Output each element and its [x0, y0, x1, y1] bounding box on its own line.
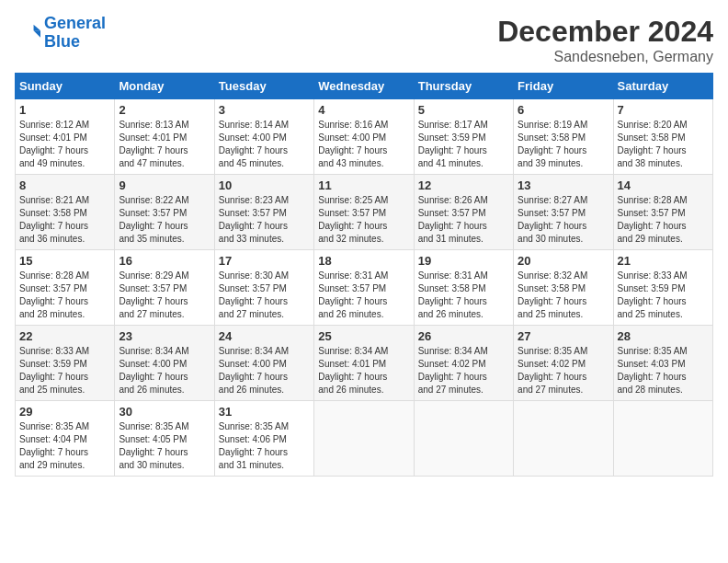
day-number: 14 — [618, 178, 709, 192]
day-info: Sunrise: 8:31 AMSunset: 3:57 PMDaylight:… — [318, 270, 388, 319]
day-number: 2 — [119, 103, 210, 117]
day-number: 1 — [19, 103, 110, 117]
day-number: 3 — [219, 103, 310, 117]
calendar-cell: 11 Sunrise: 8:25 AMSunset: 3:57 PMDaylig… — [314, 175, 414, 250]
col-wednesday: Wednesday — [314, 74, 414, 99]
day-number: 28 — [618, 329, 709, 343]
calendar-cell: 21 Sunrise: 8:33 AMSunset: 3:59 PMDaylig… — [613, 250, 712, 326]
calendar-cell: 23 Sunrise: 8:34 AMSunset: 4:00 PMDaylig… — [115, 326, 214, 401]
calendar-table: Sunday Monday Tuesday Wednesday Thursday… — [15, 73, 713, 477]
col-thursday: Thursday — [414, 74, 513, 99]
col-sunday: Sunday — [16, 74, 115, 99]
calendar-cell: 7 Sunrise: 8:20 AMSunset: 3:58 PMDayligh… — [613, 99, 712, 175]
calendar-cell: 10 Sunrise: 8:23 AMSunset: 3:57 PMDaylig… — [214, 175, 313, 250]
day-info: Sunrise: 8:28 AMSunset: 3:57 PMDaylight:… — [19, 270, 89, 319]
day-number: 11 — [318, 178, 409, 192]
day-info: Sunrise: 8:13 AMSunset: 4:01 PMDaylight:… — [119, 120, 188, 168]
calendar-cell: 19 Sunrise: 8:31 AMSunset: 3:58 PMDaylig… — [414, 250, 513, 326]
day-info: Sunrise: 8:33 AMSunset: 3:59 PMDaylight:… — [19, 346, 89, 395]
day-number: 23 — [119, 329, 210, 343]
page-title: December 2024 — [497, 15, 713, 49]
day-info: Sunrise: 8:21 AMSunset: 3:58 PMDaylight:… — [19, 195, 89, 244]
day-number: 9 — [119, 178, 210, 192]
calendar-cell: 16 Sunrise: 8:29 AMSunset: 3:57 PMDaylig… — [115, 250, 214, 326]
calendar-cell: 3 Sunrise: 8:14 AMSunset: 4:00 PMDayligh… — [214, 99, 313, 175]
day-info: Sunrise: 8:31 AMSunset: 3:58 PMDaylight:… — [418, 270, 488, 319]
day-number: 22 — [19, 329, 110, 343]
day-number: 21 — [618, 254, 709, 268]
calendar-cell — [314, 401, 414, 477]
day-number: 5 — [418, 103, 509, 117]
day-info: Sunrise: 8:25 AMSunset: 3:57 PMDaylight:… — [318, 195, 388, 244]
day-info: Sunrise: 8:30 AMSunset: 3:57 PMDaylight:… — [219, 270, 289, 319]
week-row-5: 29 Sunrise: 8:35 AMSunset: 4:04 PMDaylig… — [16, 401, 713, 477]
day-info: Sunrise: 8:35 AMSunset: 4:06 PMDaylight:… — [219, 421, 289, 470]
day-number: 12 — [418, 178, 509, 192]
logo-line2: Blue — [44, 32, 80, 51]
day-number: 25 — [318, 329, 409, 343]
day-number: 24 — [219, 329, 310, 343]
calendar-cell: 6 Sunrise: 8:19 AMSunset: 3:58 PMDayligh… — [514, 99, 613, 175]
col-friday: Friday — [514, 74, 613, 99]
day-info: Sunrise: 8:20 AMSunset: 3:58 PMDaylight:… — [618, 120, 688, 168]
day-info: Sunrise: 8:34 AMSunset: 4:00 PMDaylight:… — [219, 346, 289, 395]
calendar-cell: 31 Sunrise: 8:35 AMSunset: 4:06 PMDaylig… — [214, 401, 313, 477]
calendar-cell: 20 Sunrise: 8:32 AMSunset: 3:58 PMDaylig… — [514, 250, 613, 326]
calendar-cell: 27 Sunrise: 8:35 AMSunset: 4:02 PMDaylig… — [514, 326, 613, 401]
day-number: 16 — [119, 254, 210, 268]
week-row-4: 22 Sunrise: 8:33 AMSunset: 3:59 PMDaylig… — [16, 326, 713, 401]
day-info: Sunrise: 8:29 AMSunset: 3:57 PMDaylight:… — [119, 270, 188, 319]
calendar-cell: 1 Sunrise: 8:12 AMSunset: 4:01 PMDayligh… — [16, 99, 115, 175]
calendar-cell: 13 Sunrise: 8:27 AMSunset: 3:57 PMDaylig… — [514, 175, 613, 250]
day-info: Sunrise: 8:33 AMSunset: 3:59 PMDaylight:… — [618, 270, 688, 319]
calendar-cell: 5 Sunrise: 8:17 AMSunset: 3:59 PMDayligh… — [414, 99, 513, 175]
day-number: 6 — [518, 103, 609, 117]
calendar-cell: 28 Sunrise: 8:35 AMSunset: 4:03 PMDaylig… — [613, 326, 712, 401]
header: General Blue December 2024 Sandesneben, … — [15, 15, 713, 65]
day-info: Sunrise: 8:16 AMSunset: 4:00 PMDaylight:… — [318, 120, 388, 168]
week-row-2: 8 Sunrise: 8:21 AMSunset: 3:58 PMDayligh… — [16, 175, 713, 250]
col-tuesday: Tuesday — [214, 74, 313, 99]
calendar-cell: 17 Sunrise: 8:30 AMSunset: 3:57 PMDaylig… — [214, 250, 313, 326]
calendar-header: Sunday Monday Tuesday Wednesday Thursday… — [16, 74, 713, 99]
calendar-cell: 22 Sunrise: 8:33 AMSunset: 3:59 PMDaylig… — [16, 326, 115, 401]
day-info: Sunrise: 8:28 AMSunset: 3:57 PMDaylight:… — [618, 195, 688, 244]
calendar-cell — [414, 401, 513, 477]
day-info: Sunrise: 8:14 AMSunset: 4:00 PMDaylight:… — [219, 120, 289, 168]
page-subtitle: Sandesneben, Germany — [497, 49, 713, 65]
day-number: 15 — [19, 254, 110, 268]
day-info: Sunrise: 8:35 AMSunset: 4:04 PMDaylight:… — [19, 421, 89, 470]
day-info: Sunrise: 8:32 AMSunset: 3:58 PMDaylight:… — [518, 270, 587, 319]
day-number: 31 — [219, 405, 310, 419]
calendar-cell — [514, 401, 613, 477]
day-number: 30 — [119, 405, 210, 419]
day-number: 26 — [418, 329, 509, 343]
day-number: 19 — [418, 254, 509, 268]
day-info: Sunrise: 8:35 AMSunset: 4:03 PMDaylight:… — [618, 346, 688, 395]
logo: General Blue — [15, 15, 106, 52]
week-row-1: 1 Sunrise: 8:12 AMSunset: 4:01 PMDayligh… — [16, 99, 713, 175]
day-number: 29 — [19, 405, 110, 419]
header-row: Sunday Monday Tuesday Wednesday Thursday… — [16, 74, 713, 99]
day-number: 10 — [219, 178, 310, 192]
calendar-body: 1 Sunrise: 8:12 AMSunset: 4:01 PMDayligh… — [16, 99, 713, 477]
day-info: Sunrise: 8:19 AMSunset: 3:58 PMDaylight:… — [518, 120, 587, 168]
calendar-cell: 25 Sunrise: 8:34 AMSunset: 4:01 PMDaylig… — [314, 326, 414, 401]
logo-text: General Blue — [44, 15, 106, 52]
calendar-cell: 2 Sunrise: 8:13 AMSunset: 4:01 PMDayligh… — [115, 99, 214, 175]
calendar-cell: 18 Sunrise: 8:31 AMSunset: 3:57 PMDaylig… — [314, 250, 414, 326]
day-number: 7 — [618, 103, 709, 117]
day-info: Sunrise: 8:35 AMSunset: 4:05 PMDaylight:… — [119, 421, 188, 470]
day-info: Sunrise: 8:26 AMSunset: 3:57 PMDaylight:… — [418, 195, 488, 244]
calendar-cell: 26 Sunrise: 8:34 AMSunset: 4:02 PMDaylig… — [414, 326, 513, 401]
calendar-cell: 29 Sunrise: 8:35 AMSunset: 4:04 PMDaylig… — [16, 401, 115, 477]
calendar-cell: 24 Sunrise: 8:34 AMSunset: 4:00 PMDaylig… — [214, 326, 313, 401]
day-info: Sunrise: 8:22 AMSunset: 3:57 PMDaylight:… — [119, 195, 188, 244]
calendar-cell: 30 Sunrise: 8:35 AMSunset: 4:05 PMDaylig… — [115, 401, 214, 477]
day-number: 17 — [219, 254, 310, 268]
day-info: Sunrise: 8:27 AMSunset: 3:57 PMDaylight:… — [518, 195, 587, 244]
day-number: 4 — [318, 103, 409, 117]
calendar-cell: 14 Sunrise: 8:28 AMSunset: 3:57 PMDaylig… — [613, 175, 712, 250]
day-number: 18 — [318, 254, 409, 268]
day-info: Sunrise: 8:34 AMSunset: 4:01 PMDaylight:… — [318, 346, 388, 395]
